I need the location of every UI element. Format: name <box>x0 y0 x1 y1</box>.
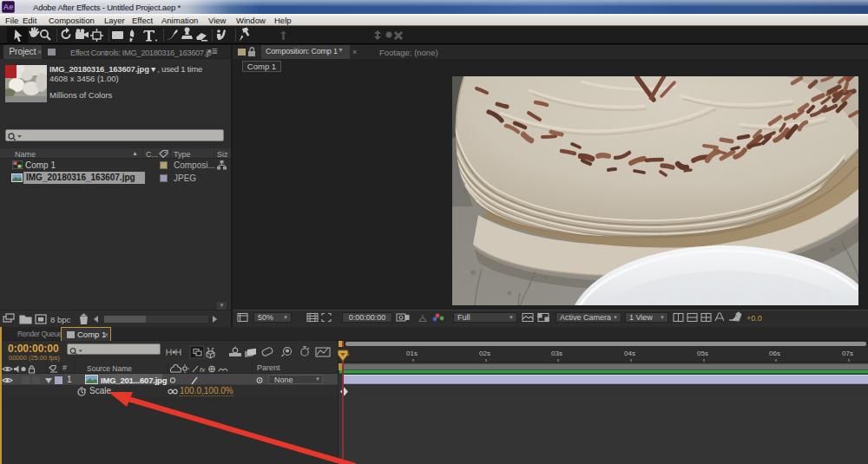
svg-text:8 bpc: 8 bpc <box>50 315 70 324</box>
svg-text:+0.0: +0.0 <box>746 314 762 323</box>
svg-text:fx: fx <box>200 366 206 374</box>
